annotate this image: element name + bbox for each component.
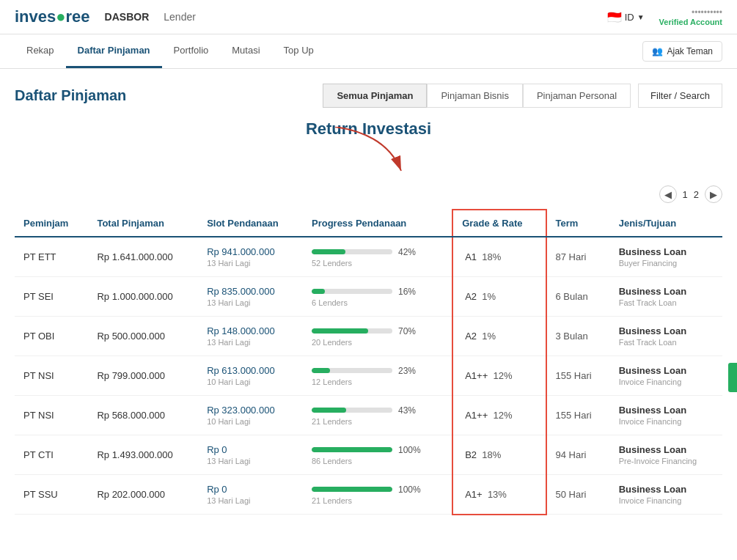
progress-bar-fill xyxy=(312,289,325,294)
progress-bar-fill xyxy=(312,328,368,334)
table-row[interactable]: PT ETT Rp 1.641.000.000 Rp 941.000.000 1… xyxy=(15,237,722,277)
cell-progress: 23% 12 Lenders xyxy=(303,356,452,396)
cell-borrower: PT NSI xyxy=(15,396,88,435)
cell-loan-type: Business Loan Invoice Financing xyxy=(610,475,722,515)
cell-slot: Rp 0 13 Hari Lagi xyxy=(198,435,303,475)
lang-selector[interactable]: 🇮🇩 ID ▼ xyxy=(607,10,645,24)
filter-bar: Daftar Pinjaman Semua Pinjaman Pinjaman … xyxy=(15,84,722,108)
loan-table: Peminjam Total Pinjaman Slot Pendanaan P… xyxy=(15,209,722,515)
cell-borrower: PT ETT xyxy=(15,237,88,277)
cell-total-loan: Rp 202.000.000 xyxy=(88,475,198,515)
progress-bar-fill xyxy=(312,487,392,492)
page-2[interactable]: 2 xyxy=(694,189,699,200)
cell-loan-type: Business Loan Pre-Invoice Financing xyxy=(610,435,722,475)
top-header: inves●ree DASBOR Lender 🇮🇩 ID ▼ ••••••••… xyxy=(0,0,737,34)
progress-bar-fill xyxy=(312,447,392,452)
tab-rekap[interactable]: Rekap xyxy=(15,34,66,68)
account-name: •••••••••• xyxy=(692,7,722,18)
cell-grade-rate: A1+ 13% xyxy=(452,475,546,515)
cell-total-loan: Rp 1.641.000.000 xyxy=(88,237,198,277)
cell-loan-type: Business Loan Invoice Financing xyxy=(610,396,722,435)
prev-page-button[interactable]: ◀ xyxy=(659,185,677,203)
cell-slot: Rp 941.000.000 13 Hari Lagi xyxy=(198,237,303,277)
cell-term: 87 Hari xyxy=(546,237,610,277)
progress-bar-bg xyxy=(312,249,392,254)
page-content: Daftar Pinjaman Semua Pinjaman Pinjaman … xyxy=(0,69,737,530)
cell-borrower: PT SSU xyxy=(15,475,88,515)
progress-bar-bg xyxy=(312,408,392,413)
cell-total-loan: Rp 799.000.000 xyxy=(88,356,198,396)
table-row[interactable]: PT CTI Rp 1.493.000.000 Rp 0 13 Hari Lag… xyxy=(15,435,722,475)
cell-progress: 43% 21 Lenders xyxy=(303,396,452,435)
flag-icon: 🇮🇩 xyxy=(607,10,622,24)
page-1[interactable]: 1 xyxy=(683,189,688,200)
cell-term: 6 Bulan xyxy=(546,277,610,317)
cell-grade-rate: A2 1% xyxy=(452,317,546,356)
nav-tabs-left: Rekap Daftar Pinjaman Portfolio Mutasi T… xyxy=(15,34,326,68)
progress-bar-bg xyxy=(312,368,392,373)
next-page-button[interactable]: ▶ xyxy=(705,185,722,203)
progress-bar-bg xyxy=(312,447,392,452)
cell-total-loan: Rp 568.000.000 xyxy=(88,396,198,435)
cell-progress: 16% 6 Lenders xyxy=(303,277,452,317)
cell-loan-type: Business Loan Fast Track Loan xyxy=(610,277,722,317)
cell-slot: Rp 835.000.000 13 Hari Lagi xyxy=(198,277,303,317)
filter-controls: Semua Pinjaman Pinjaman Bisnis Pinjaman … xyxy=(323,84,722,108)
filter-tab-personal[interactable]: Pinjaman Personal xyxy=(523,84,631,108)
page-title: Daftar Pinjaman xyxy=(15,87,126,104)
person-icon: 👥 xyxy=(652,46,663,56)
cell-loan-type: Business Loan Buyer Financing xyxy=(610,237,722,277)
cell-borrower: PT NSI xyxy=(15,356,88,396)
filter-tab-bisnis[interactable]: Pinjaman Bisnis xyxy=(427,84,523,108)
cell-grade-rate: A1++ 12% xyxy=(452,396,546,435)
progress-bar-bg xyxy=(312,289,392,294)
scroll-hint xyxy=(728,363,737,392)
table-row[interactable]: PT NSI Rp 799.000.000 Rp 613.000.000 10 … xyxy=(15,356,722,396)
cell-term: 50 Hari xyxy=(546,475,610,515)
tab-mutasi[interactable]: Mutasi xyxy=(220,34,271,68)
tab-daftar-pinjaman[interactable]: Daftar Pinjaman xyxy=(66,34,162,68)
progress-bar-bg xyxy=(312,328,392,334)
cell-term: 155 Hari xyxy=(546,356,610,396)
cell-borrower: PT CTI xyxy=(15,435,88,475)
cell-borrower: PT SEI xyxy=(15,277,88,317)
account-info: •••••••••• Verified Account xyxy=(659,7,722,26)
cell-total-loan: Rp 500.000.000 xyxy=(88,317,198,356)
cell-progress: 100% 86 Lenders xyxy=(303,435,452,475)
annotation-arrow xyxy=(328,127,416,178)
cell-grade-rate: A2 1% xyxy=(452,277,546,317)
filter-search-button[interactable]: Filter / Search xyxy=(638,84,722,108)
table-row[interactable]: PT OBI Rp 500.000.000 Rp 148.000.000 13 … xyxy=(15,317,722,356)
table-row[interactable]: PT NSI Rp 568.000.000 Rp 323.000.000 10 … xyxy=(15,396,722,435)
cell-progress: 100% 21 Lenders xyxy=(303,475,452,515)
table-row[interactable]: PT SEI Rp 1.000.000.000 Rp 835.000.000 1… xyxy=(15,277,722,317)
logo-area: inves●ree DASBOR Lender xyxy=(15,7,196,26)
cell-progress: 70% 20 Lenders xyxy=(303,317,452,356)
cell-progress: 42% 52 Lenders xyxy=(303,237,452,277)
nav-lender: Lender xyxy=(164,11,196,23)
logo-text: inves●ree xyxy=(15,7,90,26)
col-progress-pendanaan: Progress Pendanaan xyxy=(303,210,452,237)
col-grade-rate: Grade & Rate xyxy=(452,210,546,237)
nav-tabs: Rekap Daftar Pinjaman Portfolio Mutasi T… xyxy=(0,34,737,69)
lang-label: ID xyxy=(625,12,634,23)
nav-dasbor[interactable]: DASBOR xyxy=(105,11,150,23)
cell-grade-rate: B2 18% xyxy=(452,435,546,475)
ajak-teman-label: Ajak Teman xyxy=(667,46,713,56)
cell-term: 3 Bulan xyxy=(546,317,610,356)
cell-borrower: PT OBI xyxy=(15,317,88,356)
header-right: 🇮🇩 ID ▼ •••••••••• Verified Account xyxy=(607,7,722,26)
cell-loan-type: Business Loan Invoice Financing xyxy=(610,356,722,396)
tab-portfolio[interactable]: Portfolio xyxy=(162,34,221,68)
tab-top-up[interactable]: Top Up xyxy=(272,34,326,68)
annotation-wrapper: Return Investasi xyxy=(306,119,431,139)
cell-slot: Rp 613.000.000 10 Hari Lagi xyxy=(198,356,303,396)
col-term: Term xyxy=(546,210,610,237)
table-row[interactable]: PT SSU Rp 202.000.000 Rp 0 13 Hari Lagi … xyxy=(15,475,722,515)
filter-tab-semua[interactable]: Semua Pinjaman xyxy=(323,84,427,108)
progress-bar-bg xyxy=(312,487,392,492)
ajak-teman-button[interactable]: 👥 Ajak Teman xyxy=(642,41,722,62)
table-header-row: Peminjam Total Pinjaman Slot Pendanaan P… xyxy=(15,210,722,237)
cell-term: 94 Hari xyxy=(546,435,610,475)
progress-bar-fill xyxy=(312,408,346,413)
